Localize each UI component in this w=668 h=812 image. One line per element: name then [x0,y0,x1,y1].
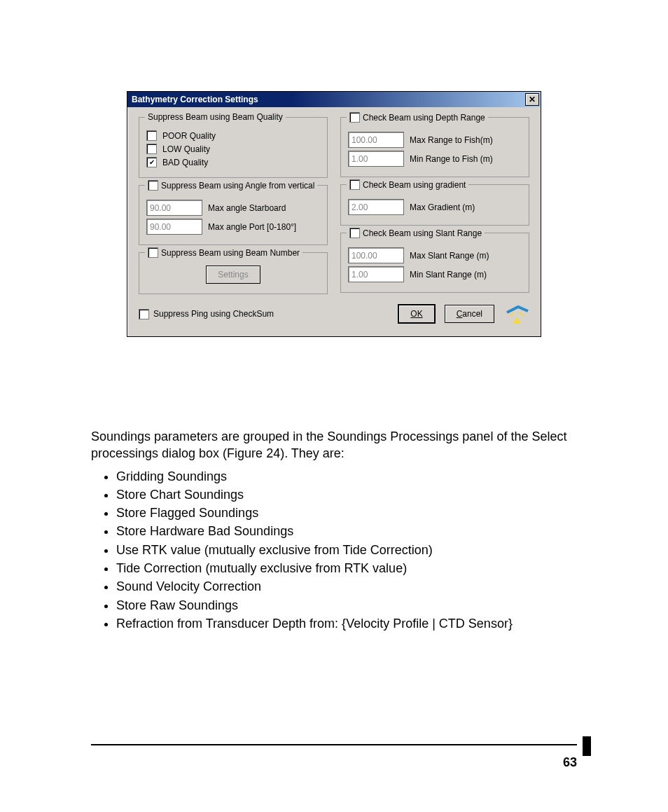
label-low: LOW Quality [162,144,210,154]
legend-beam-quality: Suppress Beam using Beam Quality [145,112,286,122]
dialog-title: Bathymetry Correction Settings [132,95,258,104]
legend-label: Check Beam using Slant Range [363,228,482,238]
input-max-fish[interactable]: 100.00 [348,132,404,148]
legend-beam-number: Suppress Beam using Beam Number [145,247,302,258]
legend-label: Suppress Beam using Angle from vertical [161,181,314,191]
input-min-fish[interactable]: 1.00 [348,151,404,167]
checkbox-checksum[interactable] [139,309,149,319]
label-min-fish: Min Range to Fish (m) [410,154,493,164]
group-beam-number: Suppress Beam using Beam Number Settings [139,252,328,294]
label-checksum: Suppress Ping using CheckSum [153,309,274,319]
dialog-screenshot: Bathymetry Correction Settings ✕ Suppres… [91,91,577,337]
svg-line-2 [520,312,524,317]
input-min-slant[interactable]: 1.00 [348,266,404,282]
input-port[interactable]: 90.00 [146,219,202,235]
checkbox-beam-number[interactable] [148,247,158,258]
checkbox-bad[interactable]: ✔ [146,157,157,167]
label-poor: POOR Quality [162,131,216,141]
page-number: 63 [563,755,577,770]
dialog-bottom-row: Suppress Ping using CheckSum OK Cancel [139,304,529,324]
ok-button[interactable]: OK [398,305,434,323]
list-item: Tide Correction (mutually exclusive from… [116,560,577,577]
row-min-fish: 1.00 Min Range to Fish (m) [348,151,522,167]
row-max-slant: 100.00 Max Slant Range (m) [348,247,522,263]
legend-angle: Suppress Beam using Angle from vertical [145,180,317,191]
input-starboard[interactable]: 90.00 [146,200,202,216]
label-min-slant: Min Slant Range (m) [410,270,487,280]
label-max-slant: Max Slant Range (m) [410,251,489,261]
row-max-fish: 100.00 Max Range to Fish(m) [348,132,522,148]
list-item: Store Hardware Bad Soundings [116,523,577,539]
row-gradient: 2.00 Max Gradient (m) [348,199,522,215]
doc-paragraph: Soundings parameters are grouped in the … [91,428,577,462]
list-item: Gridding Soundings [116,468,577,485]
list-item: Use RTK value (mutually exclusive from T… [116,542,577,558]
label-gradient: Max Gradient (m) [410,202,475,212]
checkbox-low[interactable] [146,144,157,154]
cancel-label: Cancel [457,309,482,319]
checkbox-depth-range[interactable] [349,112,360,123]
legend-label: Suppress Beam using Beam Number [161,248,300,258]
list-item: Store Chart Soundings [116,486,577,503]
svg-line-1 [510,312,514,317]
left-column: Suppress Beam using Beam Quality POOR Qu… [139,117,328,294]
dialog-body: Suppress Beam using Beam Quality POOR Qu… [127,107,541,336]
group-slant-range: Check Beam using Slant Range 100.00 Max … [340,233,529,293]
checkbox-gradient[interactable] [349,179,360,190]
legend-depth-range: Check Beam using Depth Range [347,112,488,123]
list-item: Store Raw Soundings [116,597,577,614]
legend-slant-range: Check Beam using Slant Range [347,228,485,238]
legend-label: Check Beam using Depth Range [363,113,485,123]
row-bad: ✔ BAD Quality [146,157,320,167]
right-column: Check Beam using Depth Range 100.00 Max … [340,117,529,294]
logo-icon [504,304,529,324]
legend-label: Check Beam using gradient [363,180,466,190]
legend-gradient: Check Beam using gradient [347,179,468,190]
label-max-fish: Max Range to Fish(m) [410,135,493,145]
row-starboard: 90.00 Max angle Starboard [146,200,320,216]
cancel-button[interactable]: Cancel [445,305,494,323]
dialog-titlebar: Bathymetry Correction Settings ✕ [127,92,541,107]
row-poor: POOR Quality [146,130,320,141]
label-starboard: Max angle Starboard [208,203,286,213]
checkbox-poor[interactable] [146,130,157,141]
footer-rule [91,744,577,745]
page-container: Bathymetry Correction Settings ✕ Suppres… [0,0,668,812]
close-icon: ✕ [529,95,536,104]
list-item: Sound Velocity Correction [116,578,577,595]
dialog-columns: Suppress Beam using Beam Quality POOR Qu… [139,117,529,294]
close-button[interactable]: ✕ [525,93,539,106]
checksum-area: Suppress Ping using CheckSum [139,309,391,319]
ok-label: OK [410,309,422,319]
group-gradient: Check Beam using gradient 2.00 Max Gradi… [340,184,529,226]
input-max-slant[interactable]: 100.00 [348,247,404,263]
group-depth-range: Check Beam using Depth Range 100.00 Max … [340,117,529,177]
footer-accent [583,736,591,756]
row-settings-btn: Settings [146,266,320,284]
input-gradient[interactable]: 2.00 [348,199,404,215]
label-bad: BAD Quality [162,158,208,167]
group-beam-quality: Suppress Beam using Beam Quality POOR Qu… [139,117,328,178]
checkbox-angle[interactable] [148,180,158,191]
bathymetry-dialog: Bathymetry Correction Settings ✕ Suppres… [127,91,541,337]
row-low: LOW Quality [146,144,320,154]
list-item: Refraction from Transducer Depth from: {… [116,615,577,632]
svg-marker-0 [513,317,521,324]
checkbox-slant-range[interactable] [349,228,360,238]
label-port: Max angle Port [0-180°] [208,222,296,232]
row-min-slant: 1.00 Min Slant Range (m) [348,266,522,282]
legend-label: Suppress Beam using Beam Quality [148,112,283,122]
row-port: 90.00 Max angle Port [0-180°] [146,219,320,235]
settings-button[interactable]: Settings [206,266,260,284]
document-body: Soundings parameters are grouped in the … [91,428,577,632]
dialog-buttons: OK Cancel [398,304,529,324]
list-item: Store Flagged Soundings [116,504,577,521]
doc-list: Gridding Soundings Store Chart Soundings… [116,468,577,633]
group-angle: Suppress Beam using Angle from vertical … [139,185,328,245]
